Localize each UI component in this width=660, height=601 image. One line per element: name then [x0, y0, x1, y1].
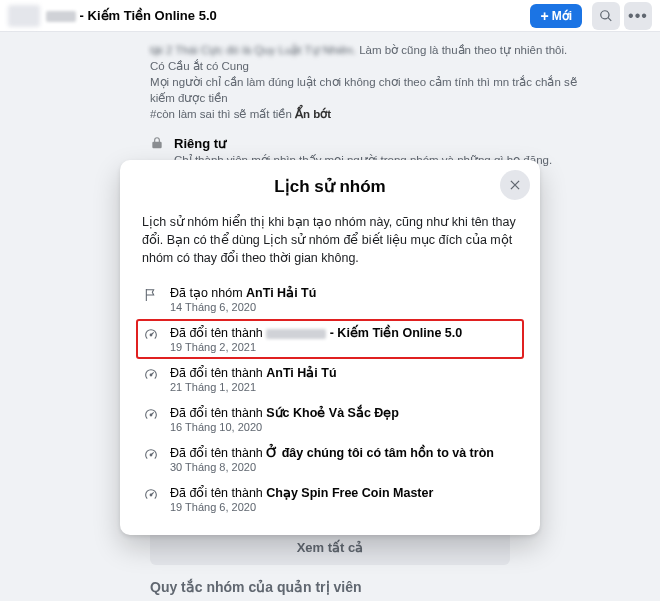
history-item: Đã đổi tên thành Chạy Spin Free Coin Mas…	[136, 479, 524, 519]
rename-icon	[142, 406, 160, 424]
group-history-modal: Lịch sử nhóm Lịch sử nhóm hiển thị khi b…	[120, 160, 540, 535]
history-label: Đã tạo nhóm AnTi Hải Tú	[170, 285, 518, 300]
rename-icon	[142, 446, 160, 464]
svg-point-3	[150, 455, 152, 457]
rename-icon	[142, 486, 160, 504]
svg-point-2	[150, 415, 152, 417]
close-button[interactable]	[500, 170, 530, 200]
rename-icon	[142, 326, 160, 344]
modal-overlay: Lịch sử nhóm Lịch sử nhóm hiển thị khi b…	[0, 0, 660, 601]
close-icon	[508, 178, 522, 192]
history-date: 16 Tháng 10, 2020	[170, 421, 518, 433]
history-label: Đã đổi tên thành - Kiếm Tiền Online 5.0	[170, 325, 518, 340]
history-date: 19 Tháng 6, 2020	[170, 501, 518, 513]
history-item: Đã tạo nhóm AnTi Hải Tú14 Tháng 6, 2020	[136, 279, 524, 319]
history-date: 21 Tháng 1, 2021	[170, 381, 518, 393]
flag-icon	[142, 286, 160, 304]
history-item: Đã đổi tên thành Sức Khoẻ Và Sắc Đẹp16 T…	[136, 399, 524, 439]
modal-title: Lịch sử nhóm	[120, 176, 540, 197]
history-date: 14 Tháng 6, 2020	[170, 301, 518, 313]
history-list: Đã tạo nhóm AnTi Hải Tú14 Tháng 6, 2020Đ…	[120, 279, 540, 519]
history-label: Đã đổi tên thành Chạy Spin Free Coin Mas…	[170, 485, 518, 500]
history-item: Đã đổi tên thành - Kiếm Tiền Online 5.01…	[136, 319, 524, 359]
history-item: Đã đổi tên thành AnTi Hải Tú21 Tháng 1, …	[136, 359, 524, 399]
history-label: Đã đổi tên thành AnTi Hải Tú	[170, 365, 518, 380]
svg-point-1	[150, 375, 152, 377]
history-item: Đã đổi tên thành Ở đây chúng tôi có tâm …	[136, 439, 524, 479]
history-date: 30 Tháng 8, 2020	[170, 461, 518, 473]
rename-icon	[142, 366, 160, 384]
svg-point-4	[150, 495, 152, 497]
history-date: 19 Tháng 2, 2021	[170, 341, 518, 353]
modal-description: Lịch sử nhóm hiển thị khi bạn tạo nhóm n…	[120, 207, 540, 279]
svg-point-0	[150, 335, 152, 337]
history-label: Đã đổi tên thành Ở đây chúng tôi có tâm …	[170, 445, 518, 460]
history-label: Đã đổi tên thành Sức Khoẻ Và Sắc Đẹp	[170, 405, 518, 420]
